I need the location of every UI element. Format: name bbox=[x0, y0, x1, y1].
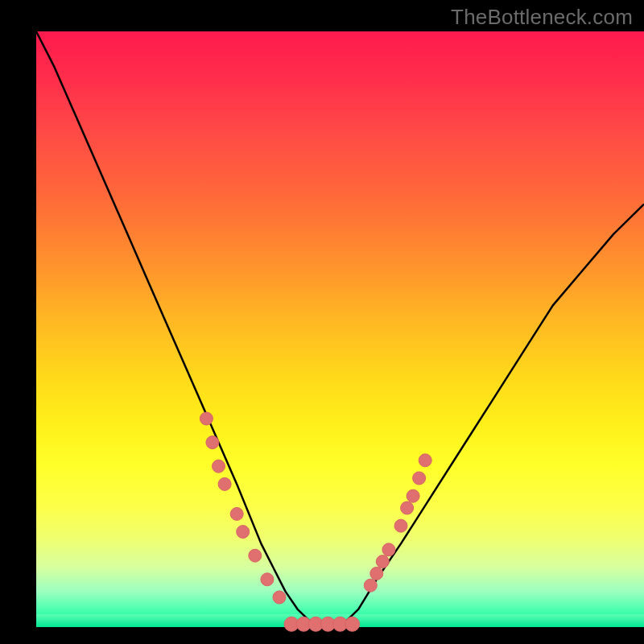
data-marker bbox=[273, 591, 286, 604]
data-marker bbox=[364, 579, 377, 592]
data-marker bbox=[401, 502, 414, 514]
watermark-text: TheBottleneck.com bbox=[451, 5, 633, 30]
data-marker bbox=[407, 489, 419, 502]
data-marker bbox=[345, 617, 360, 631]
data-marker bbox=[237, 526, 250, 539]
data-marker bbox=[200, 412, 213, 425]
data-marker bbox=[419, 454, 431, 467]
data-marker bbox=[376, 555, 389, 568]
curve-line bbox=[36, 31, 644, 627]
chart-plot-area bbox=[36, 31, 644, 627]
data-marker bbox=[213, 460, 225, 473]
data-marker bbox=[230, 507, 243, 520]
data-marker bbox=[413, 472, 426, 485]
data-marker bbox=[370, 567, 383, 580]
data-marker bbox=[382, 543, 395, 556]
data-marker bbox=[218, 477, 231, 490]
data-marker bbox=[206, 436, 219, 449]
data-marker bbox=[261, 573, 274, 586]
data-marker bbox=[249, 549, 262, 562]
chart-container bbox=[0, 0, 644, 644]
bottleneck-curve-svg bbox=[36, 31, 644, 627]
data-marker bbox=[394, 519, 407, 532]
